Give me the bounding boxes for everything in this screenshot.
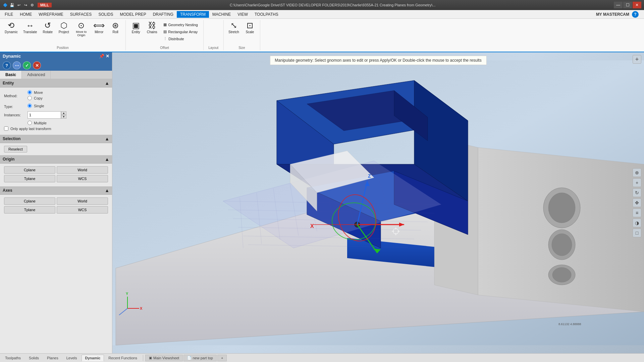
type-single-radio[interactable] (28, 104, 32, 108)
save-icon[interactable]: 💾 (9, 2, 15, 8)
tab-basic[interactable]: Basic (0, 71, 22, 79)
cancel-tool-button[interactable]: ✕ (33, 61, 41, 69)
vp-rotate-view-button[interactable]: ↻ (633, 188, 641, 197)
entity-collapse-icon[interactable]: ▲ (105, 80, 109, 86)
menu-toolpaths[interactable]: TOOLPATHS (251, 11, 282, 18)
instances-label: Instances: (4, 113, 28, 117)
panel-close-button[interactable]: ✕ (106, 54, 109, 59)
axes-cplane-button[interactable]: Cplane (4, 197, 55, 205)
ribbon-btn-distribute[interactable]: ⋮ Distribute (161, 36, 201, 42)
minimize-button[interactable]: — (614, 2, 623, 8)
tab-advanced[interactable]: Advanced (22, 71, 51, 79)
vp-pan-button[interactable]: ✥ (633, 198, 641, 207)
vp-fit-button[interactable]: ⊕ (633, 168, 641, 177)
distribute-label: Distribute (168, 37, 184, 41)
axes-tplane-button[interactable]: Tplane (4, 206, 55, 214)
vp-view-options-button[interactable]: ≡ (633, 208, 641, 217)
settings-icon[interactable]: ⚙ (30, 2, 35, 8)
instances-spin-up[interactable]: ▲ (61, 111, 66, 115)
type-multiple-radio[interactable] (28, 121, 32, 125)
maximize-button[interactable]: ☐ (623, 2, 632, 8)
origin-tplane-button[interactable]: Tplane (4, 175, 55, 182)
ribbon-btn-chains[interactable]: ⛓ Chains (145, 20, 159, 35)
vp-shading-button[interactable]: ◑ (633, 219, 641, 227)
axes-wcs-button[interactable]: WCS (57, 206, 108, 214)
scale-label: Scale (246, 30, 254, 34)
only-apply-last-label: Only apply last transform (10, 127, 51, 131)
undo-icon[interactable]: ↩ (16, 2, 21, 8)
btm-view-new-part[interactable]: 📄 new part top (183, 355, 217, 361)
axes-world-button[interactable]: World (57, 197, 108, 205)
menu-view[interactable]: VIEW (234, 11, 251, 18)
reselect-button[interactable]: Reselect (4, 146, 27, 153)
close-button[interactable]: ✕ (633, 2, 641, 8)
menu-file[interactable]: FILE (1, 11, 16, 18)
instances-spin-down[interactable]: ▼ (61, 115, 66, 119)
axes-section-header[interactable]: Axes ▲ (0, 186, 112, 195)
entity-section-title: Entity (3, 81, 14, 85)
vp-zoom-in-button[interactable]: + (633, 178, 641, 187)
btm-tab-planes[interactable]: Planes (43, 355, 62, 361)
origin-wcs-button[interactable]: WCS (57, 175, 108, 182)
btm-view-main[interactable]: ▣ Main Viewsheet (145, 355, 183, 361)
viewport[interactable]: Manipulate geometry: Select gnomon axes … (112, 52, 644, 353)
ribbon-btn-dynamic[interactable]: ⟲ Dynamic (3, 20, 20, 35)
ribbon-btn-project[interactable]: ⬡ Project (56, 20, 71, 35)
help-button[interactable]: ? (632, 11, 639, 18)
only-apply-last-checkbox[interactable] (4, 126, 8, 131)
btm-separator (143, 355, 143, 361)
btm-tab-levels[interactable]: Levels (63, 355, 81, 361)
method-copy-radio[interactable] (28, 96, 32, 100)
options-tool-button[interactable]: ⋯ (13, 61, 21, 69)
origin-collapse-icon[interactable]: ▲ (105, 157, 109, 162)
ribbon-btn-entity[interactable]: ▣ Entity (128, 20, 143, 35)
btm-tab-toolpaths[interactable]: Toolpaths (1, 355, 24, 361)
menu-solids[interactable]: SOLIDS (95, 11, 116, 18)
menu-model-prep[interactable]: MODEL PREP (116, 11, 149, 18)
entity-section-header[interactable]: Entity ▲ (0, 79, 112, 87)
zoom-corner-button[interactable]: + (633, 55, 641, 64)
axes-buttons-grid: Cplane World Tplane WCS (4, 197, 108, 214)
btm-tab-dynamic[interactable]: Dynamic (82, 355, 104, 361)
btm-tab-solids[interactable]: Solids (25, 355, 43, 361)
method-move-radio[interactable] (28, 90, 32, 95)
method-copy-row: Copy (28, 96, 43, 100)
axes-collapse-icon[interactable]: ▲ (105, 188, 109, 193)
distribute-icon: ⋮ (163, 37, 167, 41)
menu-surfaces[interactable]: SURFACES (67, 11, 95, 18)
menu-drafting[interactable]: DRAFTING (150, 11, 177, 18)
origin-cplane-button[interactable]: Cplane (4, 166, 55, 174)
selection-collapse-icon[interactable]: ▲ (105, 136, 109, 141)
menu-wireframe[interactable]: WIREFRAME (35, 11, 66, 18)
vp-wireframe-button[interactable]: □ (633, 229, 641, 237)
menu-home[interactable]: HOME (16, 11, 35, 18)
selection-section-header[interactable]: Selection ▲ (0, 135, 112, 143)
ribbon-btn-translate[interactable]: ↔ Translate (21, 20, 39, 35)
ok-tool-button[interactable]: ✓ (23, 61, 31, 69)
ribbon-btn-stretch[interactable]: ⤡ Stretch (226, 20, 241, 35)
ribbon-group-layout: Layout (204, 20, 224, 50)
origin-world-button[interactable]: World (57, 166, 108, 174)
selection-section-title: Selection (3, 136, 20, 141)
ribbon-btn-mirror[interactable]: ⟺ Mirror (91, 20, 107, 35)
origin-section-title: Origin (3, 157, 14, 162)
btm-view-add[interactable]: + (217, 355, 227, 361)
origin-section-header[interactable]: Origin ▲ (0, 155, 112, 164)
help-tool-button[interactable]: ? (3, 61, 11, 69)
pin-button[interactable]: 📌 (99, 54, 104, 59)
instances-input[interactable] (28, 111, 61, 119)
ribbon-btn-move-to-origin[interactable]: ⊙ Move toOrigin (72, 20, 90, 38)
method-copy-label: Copy (34, 96, 43, 100)
panel-controls: 📌 ✕ (99, 54, 109, 59)
ribbon-btn-scale[interactable]: ⊡ Scale (243, 20, 257, 35)
menu-transform[interactable]: TRANSFORM (177, 11, 209, 18)
svg-point-6 (548, 193, 575, 223)
redo-icon[interactable]: ↪ (23, 2, 28, 8)
ribbon-btn-roll[interactable]: ⊛ Roll (108, 20, 123, 35)
btm-tab-recent-functions[interactable]: Recent Functions (105, 355, 141, 361)
window-controls[interactable]: — ☐ ✕ (614, 2, 641, 8)
ribbon-btn-rectangular-array[interactable]: ▤ Rectangular Array (161, 28, 201, 35)
ribbon-btn-geometry-nesting[interactable]: ▦ Geometry Nesting (161, 21, 201, 28)
menu-machine[interactable]: MACHINE (209, 11, 234, 18)
ribbon-btn-rotate[interactable]: ↺ Rotate (40, 20, 55, 35)
